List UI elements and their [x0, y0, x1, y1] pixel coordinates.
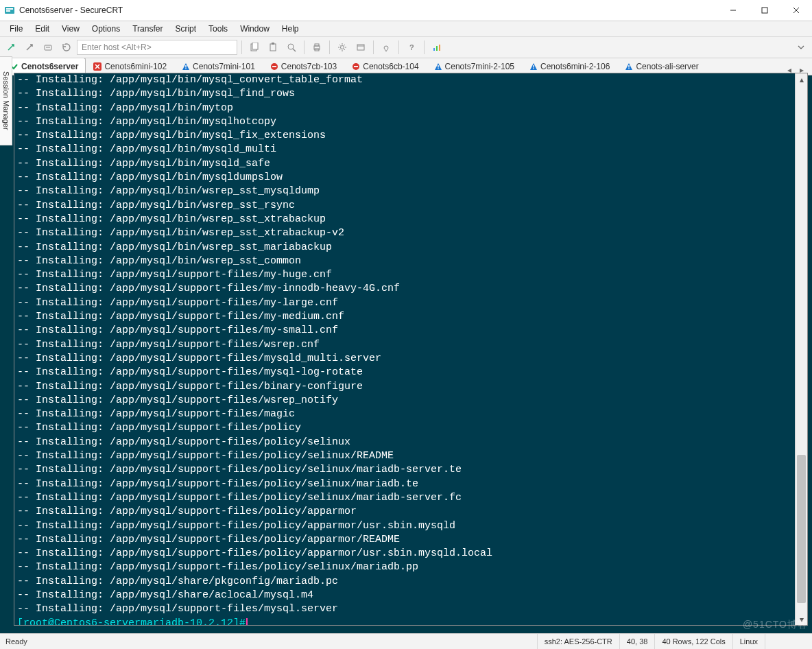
chart-icon[interactable]	[429, 39, 445, 56]
svg-rect-36	[272, 66, 276, 67]
stop-icon	[352, 62, 360, 71]
close-button[interactable]	[780, 0, 812, 21]
svg-rect-40	[438, 68, 438, 69]
svg-rect-42	[533, 68, 534, 69]
stop-icon	[270, 62, 278, 71]
svg-rect-15	[315, 44, 319, 46]
session-manager-panel[interactable]: Session Manager	[0, 56, 12, 145]
svg-rect-11	[272, 43, 274, 45]
host-input[interactable]: Enter host <Alt+R>	[77, 40, 237, 55]
svg-rect-29	[433, 48, 435, 51]
tab-label: Cenots6mini-2-106	[540, 62, 610, 71]
warn-icon	[625, 62, 633, 71]
status-connection: ssh2: AES-256-CTR	[537, 634, 619, 649]
warn-icon	[434, 62, 442, 71]
tab-label: Cenots7cb-103	[281, 62, 337, 71]
svg-rect-34	[185, 68, 186, 69]
terminal-output: -- Installing: /app/mysql/bin/mysql_conv…	[14, 73, 807, 626]
toolbar-separator	[424, 40, 425, 54]
svg-rect-30	[436, 46, 438, 51]
tab-label: Cenots6mini-102	[104, 62, 167, 71]
window-controls	[717, 0, 812, 21]
status-vt: Linux	[732, 634, 765, 649]
tab-label: Cenots7mini-2-105	[445, 62, 514, 71]
svg-line-24	[339, 49, 341, 51]
quick-connect-icon[interactable]	[21, 39, 38, 56]
reconnect-icon[interactable]	[40, 39, 56, 56]
terminal[interactable]: -- Installing: /app/mysql/bin/mysql_conv…	[14, 73, 808, 626]
svg-text:?: ?	[409, 43, 414, 51]
svg-point-12	[288, 44, 294, 49]
connect-icon[interactable]	[3, 39, 19, 56]
menu-script[interactable]: Script	[169, 23, 202, 35]
svg-line-13	[293, 49, 296, 51]
status-bar: Ready ssh2: AES-256-CTR 40, 38 40 Rows, …	[0, 633, 812, 649]
maximize-button[interactable]	[749, 0, 780, 21]
toolbar-separator	[329, 40, 330, 54]
shell-prompt: [root@Centos6-servermariadb-10.2.12]#	[17, 617, 246, 626]
tab-label: Cenots7mini-101	[193, 62, 255, 71]
svg-rect-38	[354, 66, 358, 67]
svg-rect-33	[185, 65, 186, 68]
warn-icon	[182, 62, 190, 71]
disconnect-icon[interactable]	[58, 39, 75, 56]
status-cursor: 40, 38	[619, 634, 655, 649]
tab-label: Cenots6cb-104	[363, 62, 418, 71]
menu-view[interactable]: View	[56, 23, 85, 35]
toolbar-separator	[241, 40, 242, 54]
svg-line-25	[344, 45, 346, 46]
toolbar-separator	[304, 40, 304, 54]
menu-tools[interactable]: Tools	[203, 23, 233, 35]
menu-edit[interactable]: Edit	[29, 23, 55, 35]
svg-rect-31	[439, 45, 440, 51]
scroll-up-icon[interactable]: ▴	[796, 73, 807, 85]
svg-rect-1	[6, 8, 13, 10]
x-icon	[93, 62, 102, 71]
svg-point-17	[341, 46, 344, 49]
tab-label: Cenots-ali-server	[636, 62, 698, 71]
host-placeholder: Enter host <Alt+R>	[82, 43, 152, 52]
svg-rect-41	[533, 65, 534, 68]
toolbar-overflow-icon[interactable]	[793, 39, 809, 56]
status-ready: Ready	[5, 637, 27, 646]
help-icon[interactable]: ?	[403, 39, 420, 56]
svg-rect-44	[629, 68, 630, 69]
toolbar-separator	[373, 40, 374, 54]
copy-icon[interactable]	[246, 39, 263, 56]
status-size: 40 Rows, 122 Cols	[654, 634, 732, 649]
menu-file[interactable]: File	[4, 23, 28, 35]
paste-icon[interactable]	[265, 39, 281, 56]
menu-help[interactable]: Help	[276, 23, 304, 35]
terminal-cursor	[246, 618, 248, 626]
title-bar: Cenots6server - SecureCRT	[0, 0, 812, 21]
scroll-track[interactable]	[796, 85, 807, 613]
app-icon	[4, 5, 15, 16]
keymap-icon[interactable]	[378, 39, 394, 56]
find-icon[interactable]	[283, 39, 300, 56]
svg-rect-10	[270, 44, 276, 51]
session-options-icon[interactable]	[353, 39, 369, 56]
scroll-down-icon[interactable]: ▾	[796, 613, 807, 625]
toolbar-separator	[398, 40, 399, 54]
menu-options[interactable]: Options	[86, 23, 126, 35]
svg-rect-9	[252, 43, 258, 49]
scroll-thumb[interactable]	[797, 455, 806, 603]
tab-label: Cenots6server	[21, 62, 78, 71]
svg-rect-2	[6, 10, 10, 12]
settings-icon[interactable]	[334, 39, 350, 56]
window-title: Cenots6server - SecureCRT	[19, 5, 123, 15]
svg-rect-26	[357, 45, 364, 50]
svg-line-22	[339, 45, 341, 46]
menu-window[interactable]: Window	[235, 23, 275, 35]
menu-transfer[interactable]: Transfer	[127, 23, 168, 35]
svg-rect-39	[438, 65, 438, 68]
svg-rect-43	[629, 65, 630, 68]
minimize-button[interactable]	[717, 0, 749, 21]
status-blank	[765, 634, 807, 649]
title-bar-left: Cenots6server - SecureCRT	[0, 5, 123, 16]
print-icon[interactable]	[309, 39, 325, 56]
svg-rect-4	[762, 8, 767, 13]
menu-bar: File Edit View Options Transfer Script T…	[0, 21, 812, 37]
session-manager-label: Session Manager	[2, 71, 10, 130]
terminal-scrollbar[interactable]: ▴ ▾	[795, 73, 807, 625]
